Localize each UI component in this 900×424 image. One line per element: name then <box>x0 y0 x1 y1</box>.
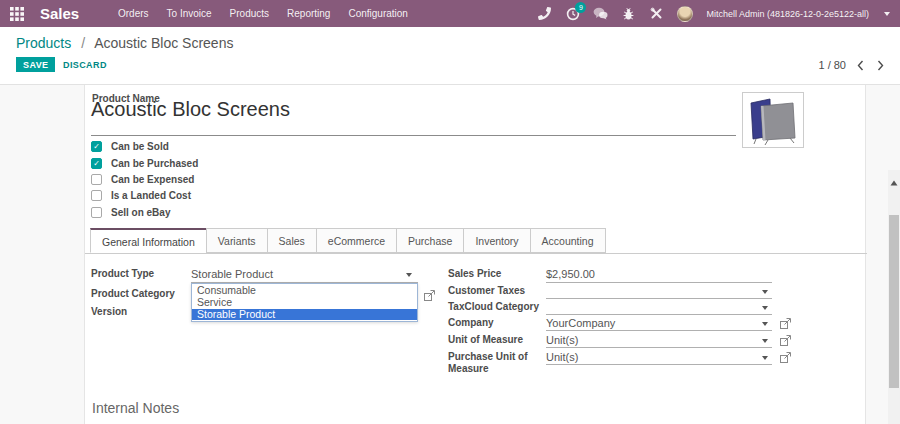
purchase-uom-external-link-icon[interactable] <box>780 349 791 367</box>
control-panel: Products / Acoustic Bloc Screens SAVE DI… <box>0 27 900 85</box>
product-type-caret-icon <box>406 273 412 277</box>
breadcrumb-separator: / <box>81 35 85 51</box>
unit-of-measure-underline <box>546 347 772 348</box>
product-type-dropdown-list: Consumable Service Storable Product <box>191 283 418 322</box>
can-be-sold-checkbox[interactable] <box>91 141 102 152</box>
menu-to-invoice[interactable]: To Invoice <box>167 8 212 19</box>
tab-inventory[interactable]: Inventory <box>463 228 530 253</box>
product-category-external-link-icon[interactable] <box>424 287 435 305</box>
sell-on-ebay-label: Sell on eBay <box>111 207 170 218</box>
menu-orders[interactable]: Orders <box>118 8 149 19</box>
product-image[interactable] <box>742 92 804 148</box>
customer-taxes-underline <box>546 298 772 299</box>
company-external-link-icon[interactable] <box>780 315 791 333</box>
version-label: Version <box>91 306 186 317</box>
product-type-select[interactable]: Storable Product <box>191 268 273 280</box>
app-brand[interactable]: Sales <box>40 5 79 22</box>
checkbox-row-can-be-expensed[interactable]: Can be Expensed <box>91 173 194 186</box>
customer-taxes-caret-icon <box>762 290 768 294</box>
save-button[interactable]: SAVE <box>16 57 55 72</box>
company-input[interactable]: YourCompany <box>546 317 615 329</box>
scrollbar-thumb[interactable] <box>889 215 899 388</box>
sales-price-label: Sales Price <box>448 268 540 280</box>
tab-sales[interactable]: Sales <box>267 228 317 253</box>
taxcloud-category-label: TaxCloud Category <box>448 301 540 313</box>
purchase-uom-caret-icon <box>762 356 768 360</box>
checkbox-row-can-be-sold[interactable]: Can be Sold <box>91 140 169 153</box>
unit-of-measure-caret-icon <box>762 339 768 343</box>
product-name-input[interactable]: Acoustic Bloc Screens <box>91 98 290 121</box>
messages-icon[interactable] <box>593 6 608 21</box>
is-landed-cost-checkbox[interactable] <box>91 190 102 201</box>
developer-tools-icon[interactable] <box>649 6 664 21</box>
notebook-tabs: General Information Variants Sales eComm… <box>90 228 605 253</box>
company-underline <box>546 330 772 331</box>
tab-variants[interactable]: Variants <box>206 228 268 253</box>
activity-count-badge: 9 <box>575 2 586 13</box>
tab-general-information[interactable]: General Information <box>90 228 207 253</box>
bug-icon[interactable] <box>621 6 636 21</box>
breadcrumb-current: Acoustic Bloc Screens <box>94 35 233 51</box>
pager-previous-button[interactable] <box>855 60 866 71</box>
can-be-purchased-label: Can be Purchased <box>111 158 198 169</box>
checkbox-row-can-be-purchased[interactable]: Can be Purchased <box>91 157 198 170</box>
vertical-scrollbar[interactable] <box>888 170 900 424</box>
scrollbar-up-arrow-icon[interactable] <box>890 172 898 190</box>
user-avatar[interactable] <box>677 6 693 22</box>
taxcloud-category-underline <box>546 314 772 315</box>
purchase-uom-input[interactable]: Unit(s) <box>546 351 578 363</box>
company-label: Company <box>448 317 540 329</box>
tab-accounting[interactable]: Accounting <box>530 228 606 253</box>
can-be-sold-label: Can be Sold <box>111 141 169 152</box>
tab-strip-baseline <box>85 253 867 254</box>
top-navbar: Sales Orders To Invoice Products Reporti… <box>0 0 900 27</box>
can-be-expensed-checkbox[interactable] <box>91 174 102 185</box>
product-type-label: Product Type <box>91 268 186 279</box>
unit-of-measure-external-link-icon[interactable] <box>780 332 791 350</box>
sales-price-input[interactable]: $2,950.00 <box>546 268 595 280</box>
form-view-background: Product Name Acoustic Bloc Screens Can b… <box>0 85 900 424</box>
dropdown-option-service[interactable]: Service <box>192 297 417 309</box>
is-landed-cost-label: Is a Landed Cost <box>111 190 191 201</box>
taxcloud-category-caret-icon <box>762 306 768 310</box>
main-menubar: Orders To Invoice Products Reporting Con… <box>118 0 408 27</box>
activities-clock-icon[interactable]: 9 <box>565 6 580 21</box>
breadcrumb-products-link[interactable]: Products <box>16 35 71 51</box>
product-form-sheet: Product Name Acoustic Bloc Screens Can b… <box>84 85 866 424</box>
unit-of-measure-input[interactable]: Unit(s) <box>546 334 578 346</box>
discard-button[interactable]: DISCARD <box>57 57 113 72</box>
company-caret-icon <box>762 322 768 326</box>
user-menu-caret-icon <box>884 12 890 16</box>
pager-next-button[interactable] <box>875 60 886 71</box>
breadcrumb: Products / Acoustic Bloc Screens <box>16 35 233 51</box>
apps-grid-icon[interactable] <box>9 6 25 22</box>
menu-products[interactable]: Products <box>230 8 269 19</box>
menu-configuration[interactable]: Configuration <box>348 8 407 19</box>
product-name-underline <box>91 135 736 136</box>
purchase-uom-underline <box>546 364 772 365</box>
sales-price-underline <box>546 282 772 283</box>
record-pager: 1 / 80 <box>818 59 886 71</box>
can-be-expensed-label: Can be Expensed <box>111 174 194 185</box>
unit-of-measure-label: Unit of Measure <box>448 334 540 346</box>
sell-on-ebay-checkbox[interactable] <box>91 207 102 218</box>
checkbox-row-sell-on-ebay[interactable]: Sell on eBay <box>91 206 170 219</box>
phone-icon[interactable] <box>537 6 552 21</box>
customer-taxes-label: Customer Taxes <box>448 285 540 297</box>
user-menu[interactable]: Mitchell Admin (481826-12-0-2e5122-all) <box>706 9 869 19</box>
internal-notes-heading: Internal Notes <box>92 400 179 416</box>
can-be-purchased-checkbox[interactable] <box>91 158 102 169</box>
tab-purchase[interactable]: Purchase <box>396 228 464 253</box>
checkbox-row-landed-cost[interactable]: Is a Landed Cost <box>91 189 191 202</box>
pager-counter: 1 / 80 <box>818 59 846 71</box>
tab-ecommerce[interactable]: eCommerce <box>316 228 397 253</box>
purchase-uom-label: Purchase Unit of Measure <box>448 351 540 375</box>
menu-reporting[interactable]: Reporting <box>287 8 330 19</box>
product-category-label: Product Category <box>91 288 186 299</box>
acoustic-screens-picture <box>744 94 802 146</box>
dropdown-option-storable-product[interactable]: Storable Product <box>192 309 417 321</box>
systray: 9 <box>537 0 890 27</box>
